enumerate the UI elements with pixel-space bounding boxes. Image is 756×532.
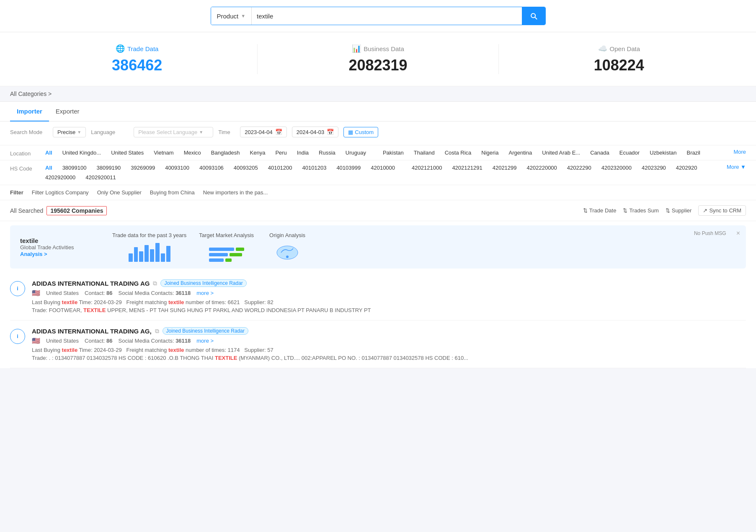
location-item[interactable]: Russia <box>317 149 337 157</box>
sync-crm-button[interactable]: ↗ Sync to CRM <box>698 205 746 216</box>
hscode-item[interactable]: 40101200 <box>266 164 294 172</box>
location-item[interactable]: India <box>295 149 310 157</box>
location-item[interactable]: United Kingdo... <box>61 149 103 157</box>
location-item[interactable]: Costa Rica <box>443 149 473 157</box>
location-item[interactable]: Vietnam <box>152 149 175 157</box>
origin-chart <box>266 241 308 262</box>
analysis-keyword: textile <box>20 237 95 244</box>
date-from-input[interactable]: 2023-04-04 📅 <box>240 127 287 137</box>
keyword: textile <box>168 347 184 353</box>
location-item[interactable]: Brazil <box>685 149 702 157</box>
location-item[interactable]: Bangladesh <box>209 149 242 157</box>
trade-data-card[interactable]: Trade data for the past 3 years <box>112 232 186 262</box>
hscode-item[interactable]: 42023290 <box>640 164 668 172</box>
company-name[interactable]: ADIDAS INTERNATIONAL TRADING AG, <box>32 328 152 335</box>
location-item[interactable]: Ecuador <box>618 149 641 157</box>
filter-tag-logistics[interactable]: Filter Logitics Company <box>32 189 89 196</box>
location-item[interactable]: United States <box>109 149 145 157</box>
company-name[interactable]: ADIDAS INTERNATIONAL TRADING AG <box>32 280 150 287</box>
location-item[interactable]: Uruguay <box>344 149 368 157</box>
origin-analysis-card[interactable]: Origin Analysis <box>266 232 308 262</box>
search-button[interactable] <box>522 7 545 25</box>
tab-importer[interactable]: Importer <box>10 102 49 121</box>
trade-data-stat[interactable]: 🌐 Trade Data 386462 <box>17 44 258 74</box>
hscode-item[interactable]: 4202920 <box>674 164 699 172</box>
hscode-item-all[interactable]: All <box>44 164 54 172</box>
hscode-item[interactable]: 4202220000 <box>525 164 559 172</box>
social-media-label: Social Media Contacts: 36118 <box>119 338 191 344</box>
hscode-item[interactable]: 40093100 <box>163 164 191 172</box>
more-link[interactable]: more > <box>196 338 214 344</box>
date-to-value: 2024-04-03 <box>297 129 325 135</box>
custom-label: Custom <box>355 129 374 135</box>
sort-icon: ⇅ <box>666 207 670 214</box>
hscode-row: HS Code All 38099100 38099190 39269099 4… <box>0 160 756 185</box>
copy-icon[interactable]: ⧉ <box>153 280 157 287</box>
trade-data-chart <box>129 241 170 262</box>
contact-label: Contact: 86 <box>85 290 113 296</box>
target-market-card[interactable]: Target Market Analysis <box>199 232 254 262</box>
location-item[interactable]: Pakistan <box>381 149 405 157</box>
filter-tag-buying-china[interactable]: Buying from China <box>150 189 195 196</box>
search-mode-select[interactable]: Precise ▼ <box>53 127 86 137</box>
business-data-label: 📊 Business Data <box>266 44 490 53</box>
filter-tag-one-supplier[interactable]: Only One Supplier <box>97 189 142 196</box>
date-to-input[interactable]: 2024-04-03 📅 <box>292 127 339 137</box>
sort-trade-date[interactable]: ⇅ Trade Date <box>583 207 617 214</box>
hscode-item[interactable]: 4202121000 <box>410 164 444 172</box>
no-push-label: No Push MSG <box>694 230 726 236</box>
hscode-item[interactable]: 38099100 <box>61 164 88 172</box>
categories-bar[interactable]: All Categories > <box>0 86 756 102</box>
filter-tag-new-importers[interactable]: New importers in the pas... <box>203 189 268 196</box>
hscode-item[interactable]: 4202920011 <box>84 173 117 181</box>
location-item-all[interactable]: All <box>44 149 54 157</box>
location-item[interactable]: Peru <box>274 149 288 157</box>
hscode-more-button[interactable]: More ▼ <box>727 164 746 170</box>
copy-icon[interactable]: ⧉ <box>155 328 159 335</box>
calendar-icon: 📅 <box>327 129 334 135</box>
location-item[interactable]: Argentina <box>507 149 534 157</box>
map-icon <box>275 241 300 262</box>
language-select[interactable]: Please Select Language ▼ <box>134 127 213 137</box>
open-data-stat[interactable]: ☁️ Open Data 108224 <box>499 44 739 74</box>
company-icon: i <box>10 281 25 296</box>
location-item[interactable]: Kenya <box>248 149 267 157</box>
business-data-stat[interactable]: 📊 Business Data 2082319 <box>258 44 498 74</box>
results-header: All Searched 195602 Companies ⇅ Trade Da… <box>0 200 756 221</box>
search-type-select[interactable]: Product ▼ <box>211 7 252 25</box>
close-banner-button[interactable]: No Push MSG × <box>694 230 740 237</box>
location-more-button[interactable]: More <box>733 149 746 155</box>
filter-tag-filter[interactable]: Filter <box>10 189 23 196</box>
analysis-link[interactable]: Analysis > <box>20 251 47 257</box>
hscode-item[interactable]: 40093205 <box>232 164 260 172</box>
chevron-down-icon: ▼ <box>77 130 81 134</box>
hscode-item[interactable]: 42021299 <box>491 164 519 172</box>
company-name-row: ADIDAS INTERNATIONAL TRADING AG ⧉ Joined… <box>32 279 746 287</box>
more-link[interactable]: more > <box>196 290 214 296</box>
company-icon: i <box>10 329 25 344</box>
tab-exporter[interactable]: Exporter <box>49 102 86 121</box>
hscode-item[interactable]: 38099190 <box>95 164 122 172</box>
location-item[interactable]: United Arab E... <box>540 149 582 157</box>
date-from-value: 2023-04-04 <box>245 129 273 135</box>
custom-button[interactable]: ▦ Custom <box>343 127 378 137</box>
search-input[interactable] <box>252 7 521 25</box>
sort-supplier[interactable]: ⇅ Supplier <box>666 207 692 214</box>
hscode-item[interactable]: 4202320000 <box>600 164 633 172</box>
location-item[interactable]: Thailand <box>412 149 436 157</box>
location-item[interactable]: Mexico <box>182 149 203 157</box>
hscode-item[interactable]: 39269099 <box>129 164 157 172</box>
hscode-item[interactable]: 40103999 <box>335 164 362 172</box>
hscode-item[interactable]: 4202121291 <box>450 164 484 172</box>
hscode-item[interactable]: 42010000 <box>369 164 397 172</box>
hscode-item[interactable]: 4202920000 <box>44 173 77 181</box>
hscode-item[interactable]: 42022290 <box>565 164 593 172</box>
location-item[interactable]: Uzbekistan <box>648 149 678 157</box>
hscode-item[interactable]: 40093106 <box>198 164 225 172</box>
company-info: ADIDAS INTERNATIONAL TRADING AG, ⧉ Joine… <box>32 327 746 361</box>
hscode-item[interactable]: 40101203 <box>301 164 328 172</box>
location-item[interactable]: Nigeria <box>480 149 500 157</box>
location-item[interactable]: Canada <box>588 149 611 157</box>
sort-icon: ⇅ <box>583 207 588 214</box>
sort-trades-sum[interactable]: ⇅ Trades Sum <box>623 207 658 214</box>
